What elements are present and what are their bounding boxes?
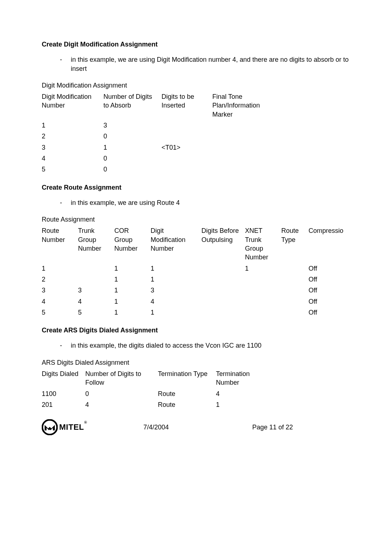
cell: 0 bbox=[103, 164, 162, 175]
bullet-digit-mod: - in this example, we are using Digit Mo… bbox=[42, 55, 350, 73]
cell bbox=[78, 274, 114, 285]
cell bbox=[201, 274, 245, 285]
cell: Route bbox=[158, 399, 216, 410]
cell bbox=[162, 164, 212, 175]
route-table-title: Route Assignment bbox=[42, 215, 350, 224]
cell: 1 bbox=[151, 274, 201, 285]
col-header: XNET Trunk Group Number bbox=[245, 225, 281, 263]
cell: Off bbox=[309, 263, 348, 274]
cell bbox=[281, 285, 309, 296]
cell: <T01> bbox=[162, 142, 212, 153]
cell bbox=[212, 131, 270, 142]
digit-mod-table-title: Digit Modification Assignment bbox=[42, 81, 350, 90]
col-header: Digits to be Inserted bbox=[162, 91, 212, 120]
heading-route: Create Route Assignment bbox=[42, 183, 350, 192]
col-header: Termination Type bbox=[158, 368, 216, 388]
cell: 1 bbox=[42, 120, 103, 131]
col-header: Digits Before Outpulsing bbox=[201, 225, 245, 263]
cell: 3 bbox=[42, 142, 103, 153]
col-header: Termination Number bbox=[216, 368, 274, 388]
bullet-ars: - in this example, the digits dialed to … bbox=[42, 341, 350, 350]
col-header: Digit Modification Number bbox=[42, 91, 103, 120]
cell: 3 bbox=[78, 285, 114, 296]
col-header: Digit Modification Number bbox=[151, 225, 201, 263]
cell: Off bbox=[309, 307, 348, 318]
cell: 4 bbox=[151, 296, 201, 307]
col-header: Route Number bbox=[42, 225, 78, 263]
bullet-dash: - bbox=[60, 198, 71, 207]
footer-page: Page 11 of 22 bbox=[252, 423, 350, 432]
heading-ars: Create ARS Digits Dialed Assignment bbox=[42, 326, 350, 335]
footer-date: 7/4/2004 bbox=[143, 423, 252, 432]
cell: 201 bbox=[42, 399, 85, 410]
cell: 5 bbox=[78, 307, 114, 318]
cell: 4 bbox=[85, 399, 158, 410]
cell bbox=[162, 131, 212, 142]
cell: 4 bbox=[78, 296, 114, 307]
cell: 3 bbox=[103, 120, 162, 131]
digit-mod-table: Digit Modification Number Number of Digi… bbox=[42, 91, 270, 175]
col-header: Compressio bbox=[309, 225, 348, 263]
bullet-route: - in this example, we are using Route 4 bbox=[42, 198, 350, 207]
bullet-dash: - bbox=[60, 55, 71, 73]
bullet-text: in this example, we are using Route 4 bbox=[71, 198, 180, 207]
cell bbox=[281, 263, 309, 274]
cell: 3 bbox=[151, 285, 201, 296]
col-header: COR Group Number bbox=[114, 225, 151, 263]
bullet-text: in this example, we are using Digit Modi… bbox=[71, 55, 350, 73]
cell bbox=[201, 307, 245, 318]
cell: 3 bbox=[42, 285, 78, 296]
cell bbox=[78, 263, 114, 274]
cell: 1100 bbox=[42, 388, 85, 399]
brand-name: MITEL® bbox=[59, 422, 87, 433]
heading-digit-mod: Create Digit Modification Assignment bbox=[42, 40, 350, 49]
cell bbox=[245, 307, 281, 318]
cell: 1 bbox=[216, 399, 274, 410]
cell: Off bbox=[309, 274, 348, 285]
cell bbox=[212, 164, 270, 175]
col-header: Number of Digits to Follow bbox=[85, 368, 158, 388]
ars-table-title: ARS Digits Dialed Assignment bbox=[42, 358, 350, 367]
cell: 1 bbox=[114, 307, 151, 318]
cell: 1 bbox=[151, 307, 201, 318]
cell: 5 bbox=[42, 164, 103, 175]
cell: 0 bbox=[103, 131, 162, 142]
route-table: Route Number Trunk Group Number COR Grou… bbox=[42, 225, 348, 318]
mitel-logo-icon bbox=[42, 419, 58, 435]
col-header: Route Type bbox=[281, 225, 309, 263]
cell: Route bbox=[158, 388, 216, 399]
cell: 1 bbox=[103, 142, 162, 153]
cell bbox=[245, 296, 281, 307]
cell bbox=[162, 120, 212, 131]
cell bbox=[212, 120, 270, 131]
cell: 5 bbox=[42, 307, 78, 318]
cell bbox=[212, 142, 270, 153]
cell bbox=[245, 274, 281, 285]
cell: 4 bbox=[42, 296, 78, 307]
cell bbox=[201, 285, 245, 296]
cell: 1 bbox=[114, 263, 151, 274]
cell: 0 bbox=[103, 153, 162, 164]
col-header: Final Tone Plan/Information Marker bbox=[212, 91, 270, 120]
footer: MITEL® 7/4/2004 Page 11 of 22 bbox=[42, 419, 350, 435]
brand-logo: MITEL® bbox=[42, 419, 143, 435]
cell bbox=[281, 307, 309, 318]
cell: 1 bbox=[114, 296, 151, 307]
cell bbox=[281, 274, 309, 285]
col-header: Trunk Group Number bbox=[78, 225, 114, 263]
cell bbox=[162, 153, 212, 164]
cell: 4 bbox=[42, 153, 103, 164]
cell bbox=[245, 285, 281, 296]
cell bbox=[212, 153, 270, 164]
cell bbox=[201, 296, 245, 307]
col-header: Digits Dialed bbox=[42, 368, 85, 388]
cell bbox=[201, 263, 245, 274]
bullet-text: in this example, the digits dialed to ac… bbox=[71, 341, 261, 350]
cell: 1 bbox=[42, 263, 78, 274]
cell: 2 bbox=[42, 274, 78, 285]
cell: 4 bbox=[216, 388, 274, 399]
cell: 1 bbox=[114, 285, 151, 296]
cell: 1 bbox=[245, 263, 281, 274]
bullet-dash: - bbox=[60, 341, 71, 350]
cell: 1 bbox=[151, 263, 201, 274]
